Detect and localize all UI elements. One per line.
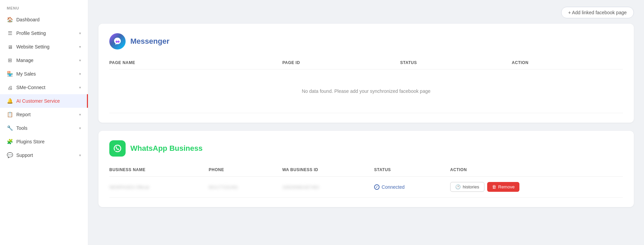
sidebar-item-sme-connect[interactable]: 🖨 SMе-Connect ▾ xyxy=(0,81,88,94)
wa-col-phone: PHONE xyxy=(209,165,282,177)
sidebar-item-my-sales[interactable]: 🏪 My Sales ▾ xyxy=(0,67,88,81)
messenger-col-page-name: PAGE NAME xyxy=(109,58,282,69)
sidebar-item-manage[interactable]: ⊞ Manage ▾ xyxy=(0,54,88,67)
wa-col-business-name: BUSINESS NAME xyxy=(109,165,209,177)
website-setting-icon: 🖥 xyxy=(7,44,13,50)
wa-phone-cell: 601177101461 xyxy=(209,177,282,198)
wa-business-name-value: NEWPAGES Official xyxy=(109,185,149,190)
my-sales-icon: 🏪 xyxy=(7,71,13,77)
clock-icon: 🕐 xyxy=(455,184,461,189)
messenger-col-page-id: PAGE ID xyxy=(282,58,400,69)
tools-icon: 🔧 xyxy=(7,125,13,131)
sidebar-label-ai-customer-service: AI Customer Service xyxy=(16,98,60,104)
wa-business-id-cell: 108200981927463 xyxy=(282,177,374,198)
chevron-down-icon: ▾ xyxy=(79,85,81,90)
messenger-title: Messenger xyxy=(130,37,169,46)
sidebar-item-plugins-store[interactable]: 🧩 Plugins Store xyxy=(0,135,88,148)
sidebar-item-ai-customer-service[interactable]: 🔔 AI Customer Service xyxy=(0,94,88,108)
sidebar-item-support[interactable]: 💬 Support ▾ xyxy=(0,148,88,162)
chevron-down-icon: ▾ xyxy=(79,72,81,76)
status-connected-label: Connected xyxy=(382,184,405,190)
sidebar: MENU 🏠 Dashboard ☰ Profile Setting ▾ 🖥 W… xyxy=(0,0,88,245)
dashboard-icon: 🏠 xyxy=(7,17,13,23)
main-content: + Add linked facebook page Messenger xyxy=(88,0,644,245)
chevron-down-icon: ▾ xyxy=(79,153,81,158)
manage-icon: ⊞ xyxy=(7,57,13,63)
profile-setting-icon: ☰ xyxy=(7,30,13,36)
chevron-down-icon: ▾ xyxy=(79,31,81,36)
sidebar-label-dashboard: Dashboard xyxy=(16,17,40,22)
messenger-header: Messenger xyxy=(109,33,623,49)
wa-col-wa-business-id: WA BUSINESS ID xyxy=(282,165,374,177)
wa-col-action: ACTION xyxy=(450,165,623,177)
ai-customer-service-icon: 🔔 xyxy=(7,98,13,104)
action-buttons: 🕐 histories 🗑 Remove xyxy=(450,182,623,192)
wa-col-status: STATUS xyxy=(374,165,450,177)
sidebar-label-plugins-store: Plugins Store xyxy=(16,139,44,144)
whatsapp-card: WhatsApp Business BUSINESS NAME PHONE WA… xyxy=(98,131,634,207)
remove-label: Remove xyxy=(498,184,515,189)
whatsapp-title: WhatsApp Business xyxy=(130,144,203,153)
sidebar-label-report: Report xyxy=(16,112,31,117)
sidebar-label-profile-setting: Profile Setting xyxy=(16,30,46,36)
report-icon: 📋 xyxy=(7,111,13,118)
wa-status-cell: Connected xyxy=(374,177,450,198)
sme-connect-icon: 🖨 xyxy=(7,84,13,90)
messenger-col-action: ACTION xyxy=(512,58,623,69)
sidebar-label-support: Support xyxy=(16,152,33,158)
chevron-down-icon: ▾ xyxy=(79,58,81,63)
chevron-down-icon: ▾ xyxy=(79,45,81,49)
add-linked-facebook-page-button[interactable]: + Add linked facebook page xyxy=(561,7,634,18)
messenger-no-data: No data found. Please add your synchroni… xyxy=(109,75,623,107)
wa-action-cell: 🕐 histories 🗑 Remove xyxy=(450,177,623,198)
sidebar-label-tools: Tools xyxy=(16,125,27,131)
sidebar-label-sme-connect: SMе-Connect xyxy=(16,85,45,90)
whatsapp-table: BUSINESS NAME PHONE WA BUSINESS ID STATU… xyxy=(109,165,623,198)
plugins-store-icon: 🧩 xyxy=(7,139,13,145)
messenger-table: PAGE NAME PAGE ID STATUS ACTION No data … xyxy=(109,58,623,113)
wa-business-name-cell: NEWPAGES Official xyxy=(109,177,209,198)
whatsapp-header: WhatsApp Business xyxy=(109,140,623,157)
sidebar-item-dashboard[interactable]: 🏠 Dashboard xyxy=(0,13,88,26)
chevron-down-icon: ▾ xyxy=(79,113,81,117)
sidebar-label-manage: Manage xyxy=(16,58,34,63)
messenger-col-status: STATUS xyxy=(400,58,512,69)
histories-label: histories xyxy=(463,184,479,189)
top-bar: + Add linked facebook page xyxy=(98,7,634,18)
sidebar-label-website-setting: Website Setting xyxy=(16,44,50,49)
sidebar-item-profile-setting[interactable]: ☰ Profile Setting ▾ xyxy=(0,26,88,40)
sidebar-item-website-setting[interactable]: 🖥 Website Setting ▾ xyxy=(0,40,88,54)
sidebar-item-tools[interactable]: 🔧 Tools ▾ xyxy=(0,121,88,135)
connected-check-icon xyxy=(374,184,380,190)
trash-icon: 🗑 xyxy=(492,184,496,189)
wa-business-id-value: 108200981927463 xyxy=(282,185,319,190)
remove-button[interactable]: 🗑 Remove xyxy=(487,182,519,192)
support-icon: 💬 xyxy=(7,152,13,158)
chevron-down-icon: ▾ xyxy=(79,126,81,130)
sidebar-label-my-sales: My Sales xyxy=(16,71,36,77)
status-connected: Connected xyxy=(374,184,450,190)
menu-label: MENU xyxy=(0,0,88,13)
table-row: NEWPAGES Official 601177101461 108200981… xyxy=(109,177,623,198)
histories-button[interactable]: 🕐 histories xyxy=(450,182,484,192)
whatsapp-icon xyxy=(109,140,126,157)
sidebar-item-report[interactable]: 📋 Report ▾ xyxy=(0,108,88,121)
wa-phone-value: 601177101461 xyxy=(209,185,238,190)
messenger-card: Messenger PAGE NAME PAGE ID STATUS ACTIO… xyxy=(98,24,634,123)
messenger-icon xyxy=(109,33,126,49)
